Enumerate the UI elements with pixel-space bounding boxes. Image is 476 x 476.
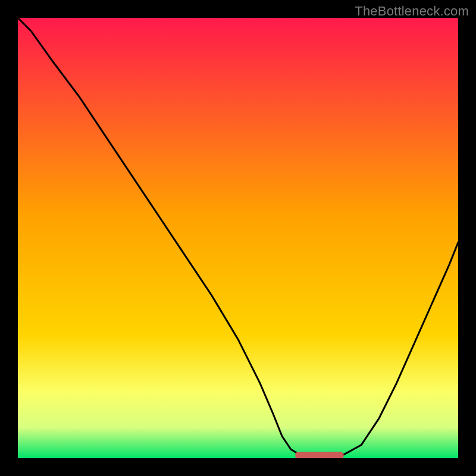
plot-svg [18, 18, 458, 458]
watermark-text: TheBottleneck.com [355, 4, 469, 19]
chart-stage: TheBottleneck.com [0, 0, 476, 476]
min-marker [295, 452, 343, 458]
plot-area [18, 18, 458, 458]
